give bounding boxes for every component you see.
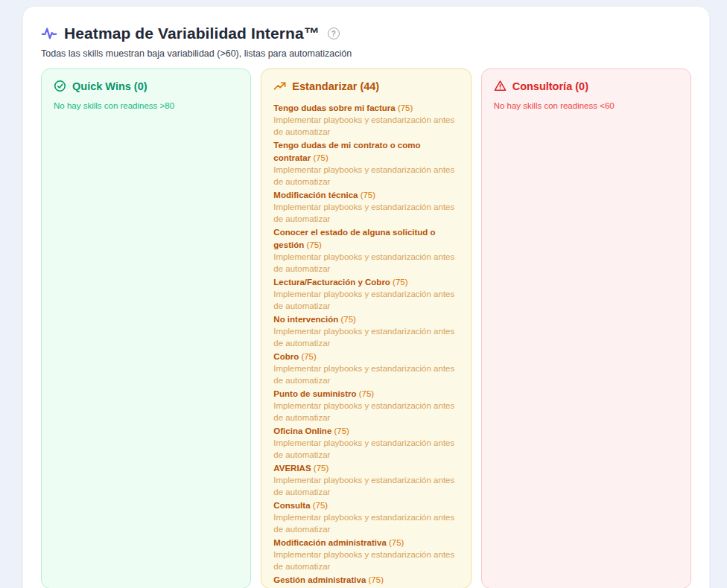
skill-score: (75) [331,426,349,435]
quick-wins-title: Quick Wins (0) [72,80,147,92]
activity-pulse-icon [41,25,57,42]
skill-title-line: Consulta (75) [273,499,458,511]
skill-item: Gestión administrativa (75)Implementar p… [273,573,458,588]
skill-item: Modificación técnica (75)Implementar pla… [273,188,458,225]
skill-score: (75) [311,501,328,510]
skill-recommendation: Implementar playbooks y estandarización … [273,549,458,572]
skill-recommendation: Implementar playbooks y estandarización … [273,437,458,461]
skill-score: (75) [304,240,322,249]
skill-name: AVERIAS [273,464,311,473]
skill-title-line: Punto de suministro (75) [273,387,458,400]
alert-triangle-icon [494,80,507,92]
skill-recommendation: Implementar playbooks y estandarización … [273,362,458,386]
skill-recommendation: Implementar playbooks y estandarización … [273,325,458,349]
skill-recommendation: Implementar playbooks y estandarización … [273,201,458,225]
skill-title-line: Tengo dudas sobre mi factura (75) [273,101,458,114]
skill-score: (75) [358,191,375,199]
skill-score: (75) [396,103,413,112]
quick-wins-column: Quick Wins (0) No hay skills con readine… [41,68,251,588]
skill-name: Gestión administrativa [273,575,366,584]
skill-recommendation: Implementar playbooks y estandarización … [273,474,458,498]
skill-name: Punto de suministro [273,389,356,398]
page-title: Heatmap de Variabilidad Interna™ [64,25,320,42]
card-header: Heatmap de Variabilidad Interna™ ? [41,25,691,42]
skill-item: Consulta (75)Implementar playbooks y est… [273,499,458,535]
trending-up-icon [273,80,286,92]
skill-name: Modificación administrativa [273,538,386,547]
quick-wins-header: Quick Wins (0) [54,80,238,92]
skill-name: Consulta [273,501,310,510]
estandarizar-header: Estandarizar (44) [273,80,458,92]
help-icon[interactable]: ? [328,28,340,39]
estandarizar-column: Estandarizar (44) Tengo dudas sobre mi f… [261,68,471,588]
skill-item: AVERIAS (75)Implementar playbooks y esta… [273,461,458,498]
skill-title-line: Modificación técnica (75) [273,188,458,201]
skill-score: (75) [357,389,375,398]
page: { "header": { "title": "Heatmap de Varia… [0,0,727,588]
page-subtitle: Todas las skills muestran baja variabili… [41,48,691,59]
skill-name: Cobro [273,352,299,361]
skill-name: Lectura/Facturación y Cobro [273,278,390,287]
consultoria-title: Consultoría (0) [512,80,588,92]
skill-title-line: No intervención (75) [273,313,458,325]
skill-name: Tengo dudas sobre mi factura [273,103,395,112]
skill-title-line: Tengo dudas de mi contrato o como contra… [273,138,458,164]
skill-item: Tengo dudas sobre mi factura (75)Impleme… [273,101,458,138]
skill-title-line: AVERIAS (75) [273,461,458,474]
skill-item: Cobro (75)Implementar playbooks y estand… [273,350,458,386]
skill-name: Tengo dudas de mi contrato o como contra… [273,141,420,162]
skill-recommendation: Implementar playbooks y estandarización … [273,400,458,424]
skill-title-line: Conocer el estado de alguna solicitud o … [273,226,458,251]
skill-item: Punto de suministro (75)Implementar play… [273,387,458,424]
skill-score: (75) [311,464,329,473]
skill-name: No intervención [273,315,338,324]
skill-item: No intervención (75)Implementar playbook… [273,313,458,349]
skill-title-line: Cobro (75) [273,350,458,362]
skill-name: Conocer el estado de alguna solicitud o … [273,228,435,249]
skill-name: Modificación técnica [273,191,358,199]
skill-recommendation: Implementar playbooks y estandarización … [273,511,458,535]
skill-item: Modificación administrativa (75)Implemen… [273,536,458,572]
skill-title-line: Gestión administrativa (75) [273,573,458,586]
skill-score: (75) [311,153,328,162]
check-circle-icon [54,80,66,92]
skill-title-line: Modificación administrativa (75) [273,536,458,549]
estandarizar-title: Estandarizar (44) [292,80,379,92]
consultoria-header: Consultoría (0) [494,80,679,92]
consultoria-empty-message: No hay skills con readiness <60 [494,101,679,110]
heatmap-columns: Quick Wins (0) No hay skills con readine… [41,68,691,588]
skill-title-line: Oficina Online (75) [273,424,458,437]
skill-title-line: Lectura/Facturación y Cobro (75) [273,275,458,288]
consultoria-column: Consultoría (0) No hay skills con readin… [481,68,691,588]
skill-item: Lectura/Facturación y Cobro (75)Implemen… [273,275,458,312]
skill-score: (75) [299,352,317,361]
skill-name: Oficina Online [273,426,331,435]
skill-recommendation: Implementar playbooks y estandarización … [273,288,458,312]
skill-item: Oficina Online (75)Implementar playbooks… [273,424,458,461]
skill-recommendation: Implementar playbooks y estandarización … [273,114,458,138]
skill-item: Conocer el estado de alguna solicitud o … [273,226,458,275]
quick-wins-empty-message: No hay skills con readiness >80 [54,101,238,110]
skill-score: (75) [366,575,384,584]
skill-recommendation: Implementar playbooks y estandarización … [273,251,458,275]
heatmap-card: Heatmap de Variabilidad Interna™ ? Todas… [22,6,710,588]
skill-recommendation: Implementar playbooks y estandarización … [273,164,458,188]
skill-score: (75) [390,278,408,287]
skill-score: (75) [387,538,404,547]
skill-score: (75) [338,315,356,324]
skill-item: Tengo dudas de mi contrato o como contra… [273,138,458,188]
skill-list: Tengo dudas sobre mi factura (75)Impleme… [273,101,458,588]
